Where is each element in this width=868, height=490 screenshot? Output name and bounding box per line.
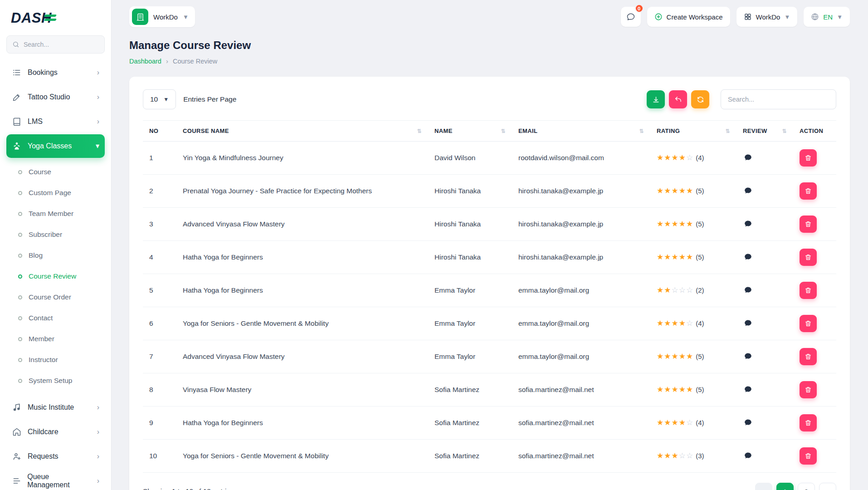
sidebar-subitem-subscriber[interactable]: Subscriber — [6, 224, 105, 245]
sidebar-subitem-blog[interactable]: Blog — [6, 245, 105, 266]
chevron-right-icon: › — [97, 477, 99, 485]
sidebar-search-input[interactable] — [24, 41, 99, 48]
delete-button[interactable] — [800, 348, 817, 365]
main-area: WorkDo ▼ 0 Create Workspace WorkDo — [111, 0, 868, 490]
pagination-page-2[interactable]: 2 — [798, 483, 815, 490]
sort-icon[interactable]: ⇅ — [501, 128, 506, 134]
delete-button[interactable] — [800, 447, 817, 465]
create-workspace-button[interactable]: Create Workspace — [647, 7, 730, 27]
sidebar-item-requests[interactable]: Requests› — [6, 445, 105, 468]
star-empty-icon: ☆ — [686, 154, 693, 162]
cell-no: 1 — [143, 142, 176, 175]
sort-icon[interactable]: ⇅ — [782, 128, 787, 134]
view-review-button[interactable] — [743, 451, 753, 461]
cell-action — [793, 407, 836, 440]
refresh-button[interactable] — [691, 90, 709, 108]
cell-course-name: Yoga for Seniors - Gentle Movement & Mob… — [176, 440, 428, 473]
sort-icon[interactable]: ⇅ — [726, 128, 730, 134]
view-review-button[interactable] — [743, 252, 753, 262]
pagination-page-1[interactable]: 1 — [776, 483, 794, 490]
submenu-item-label: Team Member — [29, 210, 73, 218]
language-button[interactable]: EN ▼ — [804, 7, 850, 27]
cell-course-name: Hatha Yoga for Beginners — [176, 274, 428, 307]
cell-email: emma.taylor@mail.org — [512, 274, 650, 307]
export-button[interactable] — [647, 90, 665, 108]
star-filled-icon: ★ — [672, 386, 678, 393]
cell-review — [736, 407, 793, 440]
sidebar-item-yoga-classes[interactable]: Yoga Classes▾ — [6, 134, 105, 158]
delete-button[interactable] — [800, 182, 817, 200]
cell-action — [793, 307, 836, 340]
sidebar-item-queue-management[interactable]: Queue Management› — [6, 469, 105, 490]
sidebar-subitem-member[interactable]: Member — [6, 328, 105, 349]
column-label: EMAIL — [518, 127, 537, 134]
delete-button[interactable] — [800, 315, 817, 332]
delete-button[interactable] — [800, 414, 817, 431]
cell-review — [736, 274, 793, 307]
view-review-button[interactable] — [743, 417, 753, 428]
view-review-button[interactable] — [743, 219, 753, 229]
language-code: EN — [823, 13, 833, 21]
star-filled-icon: ★ — [657, 319, 663, 327]
star-filled-icon: ★ — [657, 187, 663, 195]
sidebar-item-childcare[interactable]: Childcare› — [6, 420, 105, 444]
view-review-button[interactable] — [743, 318, 753, 328]
delete-button[interactable] — [800, 381, 817, 398]
cell-review — [736, 142, 793, 175]
messages-button[interactable]: 0 — [621, 7, 641, 27]
sidebar-item-lms[interactable]: LMS› — [6, 110, 105, 133]
star-filled-icon: ★ — [664, 386, 671, 393]
sidebar-subitem-custom-page[interactable]: Custom Page — [6, 182, 105, 203]
chat-bubble-filled-icon — [744, 319, 752, 328]
workdo-menu-button[interactable]: WorkDo ▼ — [736, 7, 798, 27]
pagination-prev-button[interactable]: ‹ — [755, 483, 772, 490]
entries-per-page-select[interactable]: 10 ▼ — [143, 89, 176, 109]
column-label: COURSE NAME — [183, 127, 229, 134]
showing-entries-text: Showing 1 to 10 of 18 entries — [143, 487, 234, 490]
sidebar-subitem-course-review[interactable]: Course Review — [6, 266, 105, 287]
delete-button[interactable] — [800, 149, 817, 167]
sidebar-subitem-instructor[interactable]: Instructor — [6, 349, 105, 370]
sidebar-subitem-contact[interactable]: Contact — [6, 308, 105, 328]
star-empty-icon: ☆ — [686, 286, 693, 294]
sidebar-item-tattoo-studio[interactable]: Tattoo Studio› — [6, 85, 105, 109]
workspace-switcher[interactable]: WorkDo ▼ — [129, 6, 195, 27]
view-review-button[interactable] — [743, 152, 753, 163]
delete-button[interactable] — [800, 249, 817, 266]
cell-action — [793, 274, 836, 307]
course-review-card: 10 ▼ Entries Per Page — [129, 77, 850, 490]
cell-course-name: Advanced Vinyasa Flow Mastery — [176, 208, 428, 241]
messages-badge: 0 — [635, 4, 644, 13]
star-rating: ★★☆☆☆ — [657, 286, 693, 294]
sidebar-item-bookings[interactable]: Bookings› — [6, 61, 105, 84]
star-empty-icon: ☆ — [686, 419, 693, 426]
pagination-next-button[interactable]: › — [819, 483, 836, 490]
column-label: NAME — [434, 127, 453, 134]
undo-arrow-icon — [674, 96, 682, 103]
sort-icon[interactable]: ⇅ — [417, 128, 422, 134]
cell-action — [793, 241, 836, 274]
star-filled-icon: ★ — [679, 253, 686, 261]
sidebar-item-label: Yoga Classes — [28, 142, 72, 150]
view-review-button[interactable] — [743, 285, 753, 295]
sidebar-subitem-team-member[interactable]: Team Member — [6, 203, 105, 224]
breadcrumb-dashboard-link[interactable]: Dashboard — [129, 58, 161, 65]
view-review-button[interactable] — [743, 351, 753, 362]
sort-icon[interactable]: ⇅ — [639, 128, 644, 134]
sidebar-item-music-institute[interactable]: Music Institute› — [6, 396, 105, 419]
sidebar-item-label: Tattoo Studio — [28, 93, 70, 101]
delete-button[interactable] — [800, 216, 817, 233]
sidebar-subitem-course[interactable]: Course — [6, 162, 105, 182]
chevron-down-icon: ▼ — [784, 14, 790, 20]
undo-button[interactable] — [669, 90, 687, 108]
sidebar-subitem-course-order[interactable]: Course Order — [6, 287, 105, 308]
view-review-button[interactable] — [743, 186, 753, 196]
table-search-input[interactable] — [721, 89, 836, 109]
star-filled-icon: ★ — [657, 286, 663, 294]
view-review-button[interactable] — [743, 384, 753, 395]
star-filled-icon: ★ — [664, 154, 671, 162]
star-filled-icon: ★ — [657, 353, 663, 360]
delete-button[interactable] — [800, 282, 817, 299]
sidebar-subitem-system-setup[interactable]: System Setup — [6, 370, 105, 391]
cell-review — [736, 373, 793, 407]
